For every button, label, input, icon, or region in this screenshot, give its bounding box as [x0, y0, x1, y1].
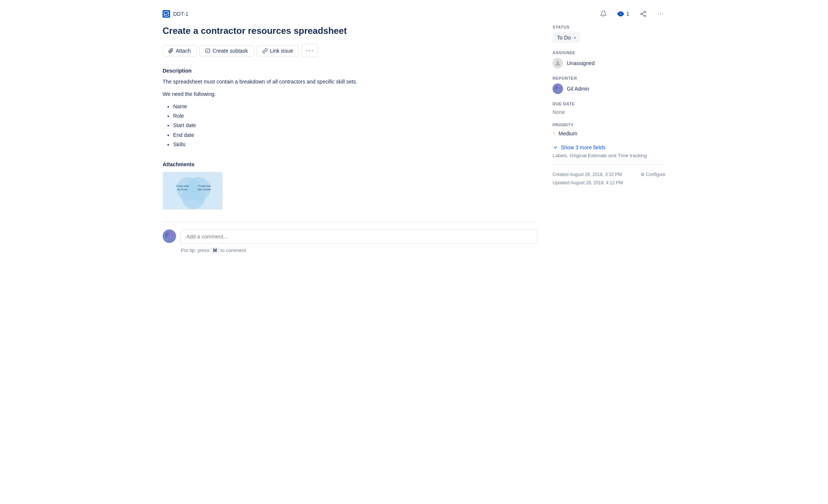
sidebar-divider	[553, 164, 665, 165]
assignee-row: Unassigned	[553, 58, 665, 68]
reporter-section: REPORTER Gil Admin	[553, 76, 665, 94]
created-row: Created August 28, 2018, 3:32 PM ⚙ Confi…	[553, 171, 665, 179]
sidebar: STATUS To Do ▾ ASSIGNEE Unassigned	[553, 25, 665, 254]
svg-text:by Acme: by Acme	[177, 188, 187, 191]
bell-icon	[600, 11, 607, 17]
pro-tip: Pro tip: press M to comment	[181, 247, 537, 254]
description-para1: The spreadsheet must contain a breakdown…	[163, 77, 537, 86]
created-date: August 28, 2018, 3:32 PM	[569, 172, 622, 177]
due-date-label: DUE DATE	[553, 102, 665, 106]
configure-button[interactable]: ⚙ Configure	[641, 171, 665, 179]
priority-row: ↑ Medium	[553, 130, 665, 137]
description-list: NameRoleStart dateEnd dateSkills	[163, 102, 537, 149]
issue-title: Create a contractor resources spreadshee…	[163, 25, 537, 36]
content-area: Create a contractor resources spreadshee…	[163, 25, 537, 254]
show-more-label: Show 3 more fields	[561, 144, 606, 150]
watch-button[interactable]: 1	[616, 9, 631, 19]
svg-text:Foods that: Foods that	[198, 185, 211, 187]
svg-line-7	[642, 14, 644, 15]
share-button[interactable]	[638, 9, 648, 19]
show-more-fields-button[interactable]: Show 3 more fields	[553, 144, 665, 150]
list-item: Start date	[173, 121, 537, 130]
svg-point-11	[662, 14, 663, 14]
share-icon	[640, 11, 647, 17]
assignee-avatar	[553, 58, 563, 68]
more-options-button[interactable]	[656, 9, 665, 19]
list-item: Name	[173, 102, 537, 111]
svg-point-10	[660, 14, 661, 14]
chevron-down-icon: ▾	[574, 36, 576, 40]
status-label: STATUS	[553, 25, 665, 29]
action-buttons-bar: Attach Create subtask Link issue	[163, 44, 537, 57]
attach-button[interactable]: Attach	[163, 45, 196, 56]
updated-date: August 28, 2018, 4:12 PM	[571, 180, 623, 185]
svg-point-5	[641, 13, 642, 15]
watch-icon	[617, 11, 624, 17]
svg-point-24	[167, 235, 172, 240]
chevron-down-blue-icon	[553, 144, 559, 150]
link-issue-label: Link issue	[270, 48, 293, 54]
comment-input[interactable]	[181, 229, 537, 244]
bell-button[interactable]	[598, 9, 608, 19]
link-issue-button[interactable]: Link issue	[257, 45, 299, 56]
svg-point-6	[644, 15, 646, 17]
priority-label: PRIORITY	[553, 123, 665, 127]
pro-tip-suffix: to comment	[221, 247, 246, 253]
svg-line-2	[604, 11, 605, 12]
issue-id: DDT-1	[173, 11, 188, 17]
svg-line-8	[642, 12, 644, 14]
attachments-section: Attachments Foods sold by Acme Foods tha…	[163, 161, 537, 209]
list-item: Role	[173, 111, 537, 121]
show-more-sub: Labels, Original Estimate and Time track…	[553, 153, 665, 158]
keyboard-shortcut: M	[211, 247, 219, 254]
svg-text:are cookies: are cookies	[198, 188, 212, 191]
status-section: STATUS To Do ▾	[553, 25, 665, 43]
comment-section: Pro tip: press M to comment	[163, 222, 537, 254]
more-options-icon	[657, 11, 664, 17]
description-para2: We need the following:	[163, 90, 537, 98]
watch-count: 1	[626, 11, 629, 17]
status-dropdown[interactable]: To Do ▾	[553, 32, 580, 43]
comment-input-row	[163, 229, 537, 244]
pro-tip-text: Pro tip: press	[181, 247, 210, 253]
svg-text:Foods sold: Foods sold	[176, 185, 189, 187]
link-icon	[262, 48, 268, 53]
svg-point-9	[658, 14, 659, 14]
list-item: End date	[173, 131, 537, 140]
svg-point-25	[557, 61, 559, 63]
description-heading: Description	[163, 68, 537, 74]
user-avatar-comment	[163, 229, 176, 243]
subtask-icon	[205, 48, 210, 53]
attachment-thumbnail[interactable]: Foods sold by Acme Foods that are cookie…	[163, 172, 223, 209]
description-section: Description The spreadsheet must contain…	[163, 68, 537, 149]
reporter-row: Gil Admin	[553, 83, 665, 94]
more-actions-button[interactable]: ···	[302, 44, 318, 57]
more-actions-label: ···	[306, 47, 314, 54]
attachments-heading: Attachments	[163, 161, 537, 167]
priority-arrow-icon: ↑	[553, 130, 556, 137]
list-item: Skills	[173, 140, 537, 149]
attach-icon	[168, 48, 174, 53]
assignee-section: ASSIGNEE Unassigned	[553, 50, 665, 68]
assignee-name: Unassigned	[567, 60, 595, 66]
due-date-value: None	[553, 109, 565, 115]
svg-line-1	[602, 11, 603, 12]
created-text: Created August 28, 2018, 3:32 PM	[553, 171, 622, 179]
create-subtask-button[interactable]: Create subtask	[199, 45, 254, 56]
reporter-avatar	[553, 83, 563, 94]
create-subtask-label: Create subtask	[213, 48, 248, 54]
svg-point-4	[644, 11, 646, 13]
priority-value: Medium	[559, 131, 577, 137]
attach-label: Attach	[176, 48, 191, 54]
svg-point-3	[620, 13, 622, 15]
assignee-label: ASSIGNEE	[553, 50, 665, 55]
svg-point-29	[556, 88, 560, 92]
reporter-label: REPORTER	[553, 76, 665, 80]
updated-row: Updated August 28, 2018, 4:12 PM	[553, 179, 665, 187]
meta-info: Created August 28, 2018, 3:32 PM ⚙ Confi…	[553, 171, 665, 187]
due-date-section: DUE DATE None	[553, 102, 665, 115]
issue-type-icon	[163, 10, 170, 18]
status-value: To Do	[557, 35, 571, 41]
priority-section: PRIORITY ↑ Medium	[553, 123, 665, 137]
reporter-name: Gil Admin	[567, 86, 589, 92]
